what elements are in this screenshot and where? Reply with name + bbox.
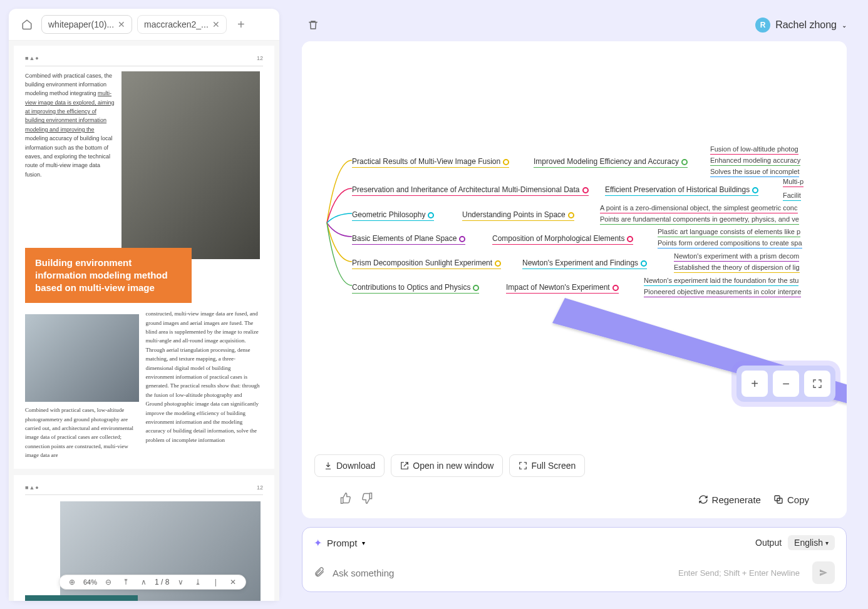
close-icon[interactable]: ✕ [212, 19, 220, 29]
download-label: Download [336, 461, 375, 471]
output-label: Output [755, 538, 782, 548]
copy-button[interactable]: Copy [773, 494, 809, 505]
zoom-out-icon[interactable]: ⊖ [102, 578, 115, 586]
highlight-arrow [540, 273, 847, 446]
doc-image-wrap [121, 71, 259, 259]
toolbar-divider: | [209, 578, 222, 586]
download-button[interactable]: Download [314, 454, 385, 477]
language-select[interactable]: English ▾ [788, 535, 835, 550]
page-indicator: 1 / 8 [155, 578, 169, 586]
sparkle-icon: ✦ [314, 537, 322, 549]
chat-panel: R Rachel zhong ⌄ Practical Results of Mu… [289, 9, 859, 601]
avatar: R [755, 18, 770, 33]
prompt-card: ✦ Prompt ▾ Output English ▾ Enter Send; … [302, 527, 847, 592]
zoom-in-icon[interactable]: ⊕ [66, 578, 78, 586]
doc-col-left2: Combined with practical cases, low-altit… [25, 309, 139, 459]
mindmap-node[interactable]: A point is a zero-dimensional object, th… [600, 204, 798, 213]
tab-whitepaper[interactable]: whitepaper(10)... ✕ [41, 15, 132, 34]
doc-text: constructed, multi-view image data are f… [145, 309, 259, 459]
send-button[interactable] [812, 561, 835, 584]
open-new-window-button[interactable]: Open in new window [391, 454, 503, 477]
mindmap-node[interactable]: Newton's Experiment and Findings [522, 258, 647, 269]
prompt-dropdown-icon[interactable]: ▾ [362, 540, 365, 546]
top-bar: R Rachel zhong ⌄ [289, 9, 859, 41]
zoom-percent: 64% [83, 578, 97, 586]
first-page-icon[interactable]: ⤒ [120, 578, 132, 586]
mindmap-node[interactable]: Impact of Newton's Experiment [506, 283, 619, 294]
mindmap-node[interactable]: Basic Elements of Plane Space [352, 234, 465, 245]
thumbs-down-button[interactable] [361, 492, 373, 507]
person-computer-image [25, 314, 139, 402]
feedback-row: Regenerate Copy [302, 486, 847, 518]
prompt-header: ✦ Prompt ▾ Output English ▾ [314, 535, 835, 550]
mindmap-node[interactable]: Understanding Points in Space [462, 210, 574, 221]
document-scroll[interactable]: ■▲● 12 Combined with practical cases, th… [9, 41, 279, 601]
prompt-input[interactable] [333, 568, 671, 578]
prompt-input-row: Enter Send; Shift + Enter Newline [314, 561, 835, 584]
tab-label: whitepaper(10)... [48, 19, 114, 29]
mindmap-node[interactable]: Points are fundamental components in geo… [600, 215, 799, 225]
copy-label: Copy [787, 494, 809, 505]
doc-page-1: ■▲● 12 Combined with practical cases, th… [14, 46, 274, 469]
last-page-icon[interactable]: ⤓ [192, 578, 204, 586]
zoom-in-button[interactable]: + [741, 371, 768, 397]
user-menu[interactable]: R Rachel zhong ⌄ [755, 18, 847, 33]
doc-title: Building environment information modelin… [25, 248, 192, 304]
mindmap-node[interactable]: Newton's experiment with a prism decom [674, 252, 799, 262]
regenerate-button[interactable]: Regenerate [698, 494, 761, 505]
mindmap-node[interactable]: Improved Modeling Efficiency and Accurac… [534, 157, 688, 168]
page-marker: ■▲● [25, 484, 39, 493]
home-button[interactable] [18, 15, 36, 34]
mindmap-node[interactable]: Newton's experiment laid the foundation … [644, 277, 798, 286]
doc-text-underline: multi-view image data is explored, aimin… [25, 90, 115, 133]
mindmap-node[interactable]: Solves the issue of incomplet [710, 168, 799, 177]
mindmap-node[interactable]: Points form ordered compositions to crea… [658, 239, 802, 248]
mindmap-node[interactable]: Plastic art language consists of element… [658, 228, 800, 237]
mindmap-canvas[interactable]: Practical Results of Multi-View Image Fu… [302, 41, 847, 446]
mindmap-node[interactable]: Enhanced modeling accuracy [710, 156, 800, 166]
page-number: 12 [257, 484, 263, 493]
mindmap-node[interactable]: Preservation and Inheritance of Architec… [352, 185, 589, 196]
mindmap-node[interactable]: Facilit [783, 192, 801, 201]
close-toolbar-icon[interactable]: ✕ [227, 578, 239, 586]
mindmap-node[interactable]: Practical Results of Multi-View Image Fu… [352, 157, 509, 168]
mindmap-node[interactable]: Geometric Philosophy [352, 210, 434, 221]
fullscreen-label: Full Screen [531, 461, 576, 471]
thumbs-up-button[interactable] [339, 492, 352, 507]
trash-button[interactable] [302, 14, 324, 36]
doc-text: Combined with practical cases, low-altit… [25, 406, 139, 459]
result-card: Practical Results of Multi-View Image Fu… [302, 41, 847, 518]
tabs-row: whitepaper(10)... ✕ maccracken2_... ✕ + [9, 9, 279, 41]
page-marker: ■▲● [25, 54, 39, 63]
chevron-down-icon: ⌄ [842, 22, 847, 29]
mindmap-node[interactable]: Established the theory of dispersion of … [674, 264, 800, 273]
tab-maccracken[interactable]: maccracken2_... ✕ [137, 15, 227, 34]
tab-label: maccracken2_... [144, 19, 209, 29]
mindmap-node[interactable]: Fusion of low-altitude photog [710, 145, 798, 155]
mindmap-node[interactable]: Contributions to Optics and Physics [352, 283, 479, 294]
mindmap-node[interactable]: Multi-p [783, 178, 803, 187]
input-hint: Enter Send; Shift + Enter Newline [678, 568, 800, 578]
fit-screen-button[interactable] [804, 371, 830, 397]
new-window-label: Open in new window [413, 461, 493, 471]
next-page-icon[interactable]: ∨ [174, 578, 187, 586]
add-tab-button[interactable]: + [232, 15, 251, 34]
zoom-controls: + − [736, 366, 835, 402]
attachment-icon[interactable] [314, 566, 325, 580]
user-name: Rachel zhong [775, 19, 837, 31]
fullscreen-button[interactable]: Full Screen [509, 454, 585, 477]
mindmap-node[interactable]: Efficient Preservation of Historical Bui… [605, 185, 758, 196]
page-number: 12 [257, 54, 263, 63]
regenerate-label: Regenerate [712, 494, 761, 505]
mindmap-node[interactable]: Pioneered objective measurements in colo… [644, 288, 801, 297]
mindmap-node[interactable]: Composition of Morphological Elements [492, 234, 633, 245]
prev-page-icon[interactable]: ∧ [137, 578, 150, 586]
pdf-toolbar: ⊕ 64% ⊖ ⤒ ∧ 1 / 8 ∨ ⤓ | ✕ [59, 575, 246, 590]
prompt-label[interactable]: Prompt [327, 538, 357, 548]
document-panel: whitepaper(10)... ✕ maccracken2_... ✕ + … [9, 9, 279, 601]
close-icon[interactable]: ✕ [118, 19, 125, 29]
zoom-out-button[interactable]: − [773, 371, 799, 397]
doc-text: modeling accuracy of building local info… [25, 135, 113, 178]
mindmap-node[interactable]: Prism Decomposition Sunlight Experiment [352, 258, 501, 269]
doc-title-2: The practical results show that through … [25, 595, 138, 601]
